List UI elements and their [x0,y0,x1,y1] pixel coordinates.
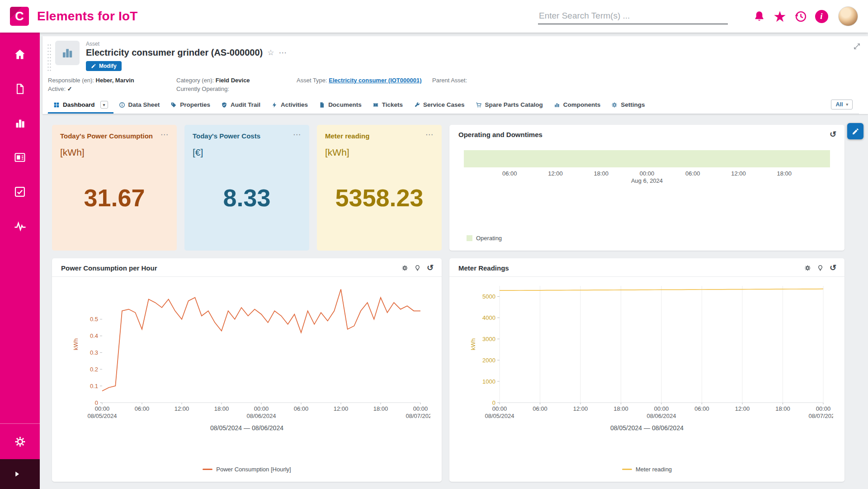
dashboard-grid: Today's Power Consumption ⋯ [kWh] 31.67 … [40,114,868,482]
svg-text:12:00: 12:00 [735,405,750,412]
sidebar-item-settings[interactable] [0,424,40,459]
responsible-label: Responsible (en): [48,77,94,84]
svg-text:18:00: 18:00 [373,405,388,412]
legend-swatch [467,235,472,241]
responsible-value: Heber, Marvin [96,77,134,84]
sidebar-item-documents[interactable] [0,74,40,103]
chart-date-range: 08/05/2024 — 08/06/2024 [449,424,844,432]
kpi-value: 5358.23 [325,184,434,218]
svg-text:0.4: 0.4 [90,332,98,339]
svg-text:08/06/2024: 08/06/2024 [246,413,276,419]
sidebar-item-home[interactable] [0,40,40,69]
tab-data-sheet[interactable]: Data Sheet [113,97,165,114]
cart-icon [476,102,482,108]
svg-text:00:00: 00:00 [492,405,507,412]
gear-icon [14,436,26,448]
lightbulb-icon[interactable] [414,265,421,271]
pencil-icon [852,128,859,135]
svg-text:0.1: 0.1 [90,383,98,389]
tab-dashboard[interactable]: Dashboard ▾ [48,97,113,114]
tab-documents[interactable]: Documents [313,97,367,114]
lightbulb-icon[interactable] [817,265,824,271]
svg-text:kWh: kWh [72,338,79,350]
tab-spare-parts-catalog[interactable]: Spare Parts Catalog [470,97,548,114]
sidebar-item-monitoring[interactable] [0,212,40,241]
ticket-icon [373,102,379,108]
asset-type-link[interactable]: Electricity consumer (IOT000001) [329,77,421,84]
top-header: C Elements for IoT ★ i [0,0,868,33]
history-icon[interactable]: ↺ [830,130,836,138]
gear-icon[interactable] [804,265,811,271]
tag-icon [170,102,177,108]
modify-button[interactable]: Modify [86,61,122,71]
history-button[interactable] [790,6,811,27]
kpi-menu-icon[interactable]: ⋯ [425,132,434,138]
tab-settings[interactable]: Settings [606,97,650,114]
kpi-menu-icon[interactable]: ⋯ [160,132,169,138]
meter-readings-panel: Meter Readings ↺ 00:0008/05/202406:0012:… [449,258,844,482]
svg-text:08/05/2024: 08/05/2024 [87,413,117,419]
svg-text:1000: 1000 [482,378,495,385]
search-input[interactable] [538,8,728,24]
favorite-star-icon[interactable]: ☆ [267,48,274,57]
tab-activities[interactable]: Activities [266,97,313,114]
svg-text:18:00: 18:00 [613,405,628,412]
chart-date-range: 08/05/2024 — 08/06/2024 [52,424,442,432]
drag-handle[interactable] [47,43,52,71]
global-search [538,8,728,24]
svg-text:5000: 5000 [482,293,495,300]
dashboard-filter-select[interactable]: All▾ [831,100,853,109]
pencil-icon [91,63,96,69]
tab-tickets[interactable]: Tickets [367,97,408,114]
play-icon [12,469,22,479]
svg-text:0: 0 [95,399,98,406]
history-icon[interactable]: ↺ [830,264,836,272]
more-options-icon[interactable]: ⋯ [279,48,287,57]
sidebar-item-assets[interactable] [0,109,40,138]
checkbox-icon [14,185,26,198]
info-button[interactable]: i [811,6,832,27]
user-avatar[interactable] [838,6,858,26]
asset-title: Electricity consumer grinder (AS-000000) [86,47,263,58]
legend-meter-reading[interactable]: Meter reading [449,466,844,482]
shield-icon [221,102,227,108]
main-content: Asset Electricity consumer grinder (AS-0… [40,33,868,489]
panel-title: Power Consumption per Hour [61,264,157,272]
kpi-power-costs: Today's Power Costs ⋯ [€] 8.33 [184,125,309,251]
tab-components[interactable]: Components [548,97,606,114]
svg-text:12:00: 12:00 [573,405,588,412]
power-consumption-chart: 00:0008/05/202406:0012:0018:0000:0008/06… [63,280,430,423]
svg-text:00:00: 00:00 [816,405,831,412]
gear-icon[interactable] [401,265,408,271]
sidebar-item-tasks[interactable] [0,177,40,206]
svg-text:06:00: 06:00 [135,405,150,412]
sidebar-item-cards[interactable] [0,143,40,172]
dashboard-dropdown-button[interactable]: ▾ [100,101,108,109]
history-icon[interactable]: ↺ [427,264,434,272]
sidebar-collapse-toggle[interactable] [0,459,40,489]
svg-text:00:00: 00:00 [654,405,669,412]
kpi-unit: [kWh] [60,147,169,158]
info-circle-icon [119,102,125,108]
edit-dashboard-button[interactable] [847,123,863,139]
card-view-icon [14,151,26,164]
svg-text:0.2: 0.2 [90,366,98,373]
notifications-button[interactable] [749,6,769,27]
lightning-icon [271,102,278,108]
favorites-button[interactable]: ★ [769,6,790,27]
tab-properties[interactable]: Properties [165,97,216,114]
kpi-title: Today's Power Costs [193,132,260,140]
kpi-menu-icon[interactable]: ⋯ [293,132,301,138]
tab-audit-trail[interactable]: Audit Trail [216,97,266,114]
legend-power-consumption[interactable]: Power Consumption [Hourly] [52,466,442,482]
app-logo[interactable]: C [10,7,29,26]
category-value: Field Device [216,77,250,84]
expand-icon[interactable] [853,43,861,50]
active-checkmark: ✓ [67,85,72,92]
kpi-title: Meter reading [325,132,369,140]
date-annotation: Aug 6, 2024 [631,177,663,184]
svg-text:08/07/2024: 08/07/2024 [808,413,833,419]
tab-service-cases[interactable]: Service Cases [408,97,470,114]
legend-operating[interactable]: Operating [449,235,844,251]
home-icon [14,48,26,61]
